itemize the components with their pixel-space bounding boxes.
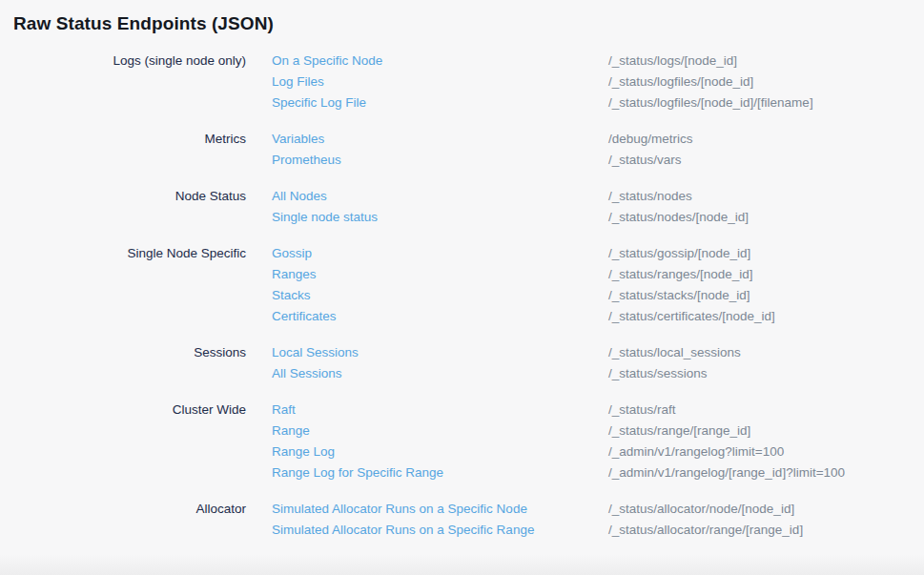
endpoint-link[interactable]: Variables — [272, 129, 608, 150]
endpoint-path: /_status/logs/[node_id] — [608, 51, 737, 72]
section-label: Allocator — [13, 499, 246, 520]
endpoint-path: /_admin/v1/rangelog/[range_id]?limit=100 — [608, 462, 845, 483]
endpoint-link[interactable]: Range Log for Specific Range — [272, 462, 608, 483]
endpoint-path: /_status/logfiles/[node_id] — [608, 72, 753, 92]
endpoint-path: /_status/ranges/[node_id] — [608, 264, 753, 285]
endpoint-path: /_status/certificates/[node_id] — [608, 306, 775, 327]
endpoint-link[interactable]: Log Files — [272, 72, 608, 92]
section-label: Single Node Specific — [13, 243, 246, 264]
endpoint-path: /_status/range/[range_id] — [608, 421, 750, 442]
endpoint-section: Node StatusAll Nodes/_status/nodesSingle… — [13, 186, 924, 228]
endpoint-section: Single Node SpecificGossip/_status/gossi… — [13, 243, 924, 327]
endpoint-link[interactable]: Local Sessions — [272, 342, 608, 363]
endpoint-row: Range Log/_admin/v1/rangelog?limit=100 — [272, 442, 924, 462]
endpoint-row: Stacks/_status/stacks/[node_id] — [272, 285, 924, 306]
endpoint-section: MetricsVariables/debug/metricsPrometheus… — [13, 129, 924, 171]
endpoint-path: /_status/gossip/[node_id] — [608, 243, 750, 264]
endpoint-link[interactable]: Prometheus — [272, 150, 608, 171]
endpoint-link[interactable]: Single node status — [272, 207, 608, 228]
section-label: Cluster Wide — [13, 400, 246, 421]
footer-shade — [0, 554, 924, 575]
endpoint-row: Single node status/_status/nodes/[node_i… — [272, 207, 924, 228]
endpoint-row: Simulated Allocator Runs on a Specific N… — [272, 499, 924, 520]
debug-endpoints-page: Raw Status Endpoints (JSON) Logs (single… — [0, 0, 924, 575]
endpoint-link[interactable]: Certificates — [272, 306, 608, 327]
endpoint-path: /_status/allocator/range/[range_id] — [608, 520, 803, 541]
section-rows: Local Sessions/_status/local_sessionsAll… — [272, 342, 924, 384]
endpoint-path: /_status/sessions — [608, 363, 708, 384]
endpoint-row: Prometheus/_status/vars — [272, 150, 924, 171]
endpoint-row: All Sessions/_status/sessions — [272, 363, 924, 384]
endpoint-link[interactable]: Raft — [272, 400, 608, 421]
endpoint-row: Gossip/_status/gossip/[node_id] — [272, 243, 924, 264]
endpoint-row: Ranges/_status/ranges/[node_id] — [272, 264, 924, 285]
endpoint-row: Simulated Allocator Runs on a Specific R… — [272, 520, 924, 541]
endpoint-row: Variables/debug/metrics — [272, 129, 924, 150]
endpoint-link[interactable]: Stacks — [272, 285, 608, 306]
endpoint-path: /debug/metrics — [608, 129, 693, 150]
endpoint-row: Specific Log File/_status/logfiles/[node… — [272, 92, 924, 113]
endpoint-row: Log Files/_status/logfiles/[node_id] — [272, 72, 924, 92]
endpoint-sections: Logs (single node only)On a Specific Nod… — [13, 51, 924, 541]
section-rows: Gossip/_status/gossip/[node_id]Ranges/_s… — [272, 243, 924, 327]
endpoint-link[interactable]: Simulated Allocator Runs on a Specific N… — [272, 499, 608, 520]
endpoint-section: SessionsLocal Sessions/_status/local_ses… — [13, 342, 924, 384]
endpoint-link[interactable]: On a Specific Node — [272, 51, 608, 72]
endpoint-path: /_status/vars — [608, 150, 682, 171]
endpoint-path: /_admin/v1/rangelog?limit=100 — [608, 442, 784, 462]
endpoint-path: /_status/raft — [608, 400, 676, 421]
section-label: Node Status — [13, 186, 246, 207]
section-label: Logs (single node only) — [13, 51, 246, 72]
endpoint-row: Range/_status/range/[range_id] — [272, 421, 924, 442]
endpoint-link[interactable]: Range Log — [272, 442, 608, 462]
endpoint-link[interactable]: All Nodes — [272, 186, 608, 207]
endpoint-link[interactable]: Specific Log File — [272, 92, 608, 113]
endpoint-path: /_status/allocator/node/[node_id] — [608, 499, 794, 520]
endpoint-link[interactable]: Simulated Allocator Runs on a Specific R… — [272, 520, 608, 541]
endpoint-row: Certificates/_status/certificates/[node_… — [272, 306, 924, 327]
endpoint-path: /_status/stacks/[node_id] — [608, 285, 750, 306]
endpoint-link[interactable]: Gossip — [272, 243, 608, 264]
section-label: Sessions — [13, 342, 246, 363]
endpoint-section: Logs (single node only)On a Specific Nod… — [13, 51, 924, 113]
section-label: Metrics — [13, 129, 246, 150]
endpoint-row: All Nodes/_status/nodes — [272, 186, 924, 207]
section-rows: Raft/_status/raftRange/_status/range/[ra… — [272, 400, 924, 483]
endpoint-path: /_status/nodes — [608, 186, 692, 207]
section-rows: Simulated Allocator Runs on a Specific N… — [272, 499, 924, 541]
endpoint-path: /_status/local_sessions — [608, 342, 741, 363]
endpoint-path: /_status/logfiles/[node_id]/[filename] — [608, 92, 813, 113]
endpoint-path: /_status/nodes/[node_id] — [608, 207, 749, 228]
endpoint-link[interactable]: Range — [272, 421, 608, 442]
endpoint-row: On a Specific Node/_status/logs/[node_id… — [272, 51, 924, 72]
section-rows: All Nodes/_status/nodesSingle node statu… — [272, 186, 924, 228]
endpoint-row: Local Sessions/_status/local_sessions — [272, 342, 924, 363]
endpoint-row: Range Log for Specific Range/_admin/v1/r… — [272, 462, 924, 483]
endpoint-link[interactable]: Ranges — [272, 264, 608, 285]
page-title: Raw Status Endpoints (JSON) — [13, 12, 924, 35]
endpoint-link[interactable]: All Sessions — [272, 363, 608, 384]
section-rows: Variables/debug/metricsPrometheus/_statu… — [272, 129, 924, 171]
endpoint-section: AllocatorSimulated Allocator Runs on a S… — [13, 499, 924, 541]
section-rows: On a Specific Node/_status/logs/[node_id… — [272, 51, 924, 113]
endpoint-section: Cluster WideRaft/_status/raftRange/_stat… — [13, 400, 924, 483]
endpoint-row: Raft/_status/raft — [272, 400, 924, 421]
